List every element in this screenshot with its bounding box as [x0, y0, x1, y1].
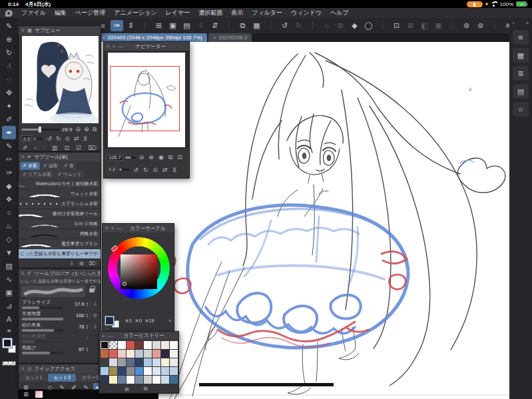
navigator-icon[interactable]: ↺: [133, 167, 138, 173]
history-color-swatch[interactable]: [109, 358, 117, 366]
tool-icon[interactable]: ↻: [2, 46, 16, 59]
menu-item[interactable]: 表示: [231, 9, 243, 17]
subview-control-icon[interactable]: ⧉: [93, 126, 97, 133]
panel-menu-icon[interactable]: ≡: [21, 27, 25, 33]
toolbar-icon[interactable]: [306, 20, 319, 31]
history-color-swatch[interactable]: [161, 367, 169, 375]
value-stepper[interactable]: ▲▼: [86, 347, 89, 352]
history-color-swatch[interactable]: [135, 376, 143, 384]
foreground-color-swatch[interactable]: [105, 316, 114, 325]
tool-icon[interactable]: ✎: [2, 19, 16, 33]
property-slider[interactable]: [22, 329, 63, 332]
history-color-swatch[interactable]: [118, 376, 126, 384]
brush-list-item[interactable]: Watercolor1/カモミ琥珀糖水彩: [19, 179, 101, 189]
value-stepper[interactable]: ▲▼: [86, 313, 89, 318]
value-stepper[interactable]: ▲▼: [86, 302, 89, 307]
subtool-group-tab[interactable]: ✐油彩: [41, 162, 61, 170]
history-color-swatch[interactable]: [135, 367, 143, 375]
history-footer-icon[interactable]: ⊞: [125, 386, 129, 392]
history-color-swatch[interactable]: [152, 358, 160, 366]
palette-dock-icon[interactable]: ▦: [513, 48, 529, 63]
subview-control-icon[interactable]: ⊙: [65, 135, 71, 142]
toolbar-icon[interactable]: ▣: [432, 20, 445, 31]
subview-control-icon[interactable]: ⊻: [83, 135, 88, 142]
toolbar-icon[interactable]: ◌: [320, 20, 333, 31]
subview-zoom-slider[interactable]: [21, 129, 60, 131]
toolbar-icon[interactable]: [138, 20, 151, 31]
menu-item[interactable]: 編集: [55, 9, 67, 17]
toolbar-icon[interactable]: [264, 20, 277, 31]
history-color-swatch[interactable]: [152, 341, 160, 349]
subtool-group-tab[interactable]: ✐墨: [61, 162, 77, 170]
history-color-swatch[interactable]: [101, 358, 109, 366]
brush-list-item[interactable]: ウェット水彩: [19, 189, 101, 199]
navigator-icon[interactable]: ⊕: [148, 154, 154, 161]
tool-icon[interactable]: ∿: [2, 272, 16, 286]
subview-file-icon[interactable]: ☑: [76, 145, 81, 151]
history-color-swatch[interactable]: [135, 341, 143, 349]
tool-icon[interactable]: ▼: [2, 246, 16, 259]
minimize-panel-icon[interactable]: —: [118, 43, 123, 49]
menu-item[interactable]: ヘルプ: [330, 9, 349, 17]
transparent-color-swatch[interactable]: [2, 361, 16, 366]
toolbar-icon[interactable]: ⊛: [460, 20, 473, 31]
navigator-icon[interactable]: ⊡: [177, 154, 182, 161]
close-panel-icon[interactable]: ×: [111, 225, 115, 231]
close-panel-icon[interactable]: ×: [102, 333, 105, 339]
history-color-swatch[interactable]: [144, 376, 152, 384]
history-color-swatch[interactable]: [127, 350, 134, 358]
foreground-color-swatch[interactable]: [3, 338, 12, 348]
color-swatch-pair[interactable]: [3, 338, 17, 358]
history-color-swatch[interactable]: [127, 358, 134, 366]
value-stepper[interactable]: ▲▼: [86, 336, 89, 341]
toolbar-icon[interactable]: ⇵: [208, 20, 221, 31]
expand-icon[interactable]: »: [526, 20, 529, 26]
panel-menu-icon[interactable]: ≡: [21, 270, 25, 276]
history-color-swatch[interactable]: [152, 350, 160, 358]
quick-access-set-tab[interactable]: セット2: [48, 374, 75, 382]
history-color-swatch[interactable]: [170, 376, 178, 384]
menu-item[interactable]: ウィンドウ: [291, 9, 322, 17]
menu-item[interactable]: アニメーション: [114, 9, 156, 17]
navigator-icon[interactable]: ⊙: [153, 167, 158, 173]
toolbar-icon[interactable]: [488, 20, 501, 31]
tool-icon[interactable]: ○: [2, 206, 16, 219]
tool-icon[interactable]: ▣: [2, 286, 16, 299]
history-color-swatch[interactable]: [170, 350, 178, 358]
navigator-preview[interactable]: [104, 51, 189, 149]
quick-access-item[interactable]: [34, 390, 43, 399]
palette-dock-icon[interactable]: ≋: [513, 30, 529, 45]
brush-list-item[interactable]: 後付け水彩境界ツール: [19, 209, 101, 219]
tool-icon[interactable]: ❖: [2, 193, 16, 206]
tool-icon[interactable]: ☝: [2, 59, 16, 73]
toolbar-icon[interactable]: ⇧: [194, 20, 207, 31]
property-slider[interactable]: [22, 318, 63, 320]
menu-item[interactable]: フィルター: [252, 9, 282, 17]
panel-menu-icon[interactable]: ≡: [105, 225, 109, 231]
history-color-swatch[interactable]: [144, 350, 152, 358]
close-tab-icon[interactable]: ×: [213, 35, 216, 41]
panel-menu-icon[interactable]: ≡: [21, 366, 25, 372]
toolbar-icon[interactable]: ◯: [362, 20, 375, 31]
history-color-swatch[interactable]: [161, 358, 169, 366]
history-color-swatch[interactable]: [135, 350, 143, 358]
history-color-swatch[interactable]: [144, 358, 152, 366]
navigator-icon[interactable]: ◉: [158, 154, 164, 161]
subview-file-icon[interactable]: ‹: [35, 145, 37, 151]
subview-control-icon[interactable]: ⊖: [76, 126, 81, 133]
toolbar-icon[interactable]: ⇕: [125, 20, 137, 31]
history-color-swatch[interactable]: [170, 358, 178, 366]
navigator-zoom-slider[interactable]: [125, 157, 136, 159]
tool-icon[interactable]: ✐: [2, 113, 16, 126]
history-color-swatch[interactable]: [127, 376, 134, 384]
navigator-icon[interactable]: ⇄: [162, 167, 168, 173]
navigator-icon[interactable]: ↻: [143, 167, 148, 173]
toolbar-icon[interactable]: ✑: [111, 20, 123, 31]
subview-control-icon[interactable]: ↺: [47, 135, 52, 142]
reference-image[interactable]: [22, 36, 99, 123]
brush-list-item[interactable]: 魔王厚塗りブラシ: [19, 239, 101, 249]
tool-icon[interactable]: ◇: [2, 232, 16, 246]
history-color-swatch[interactable]: [101, 341, 109, 349]
toolbar-icon[interactable]: [446, 20, 459, 31]
history-color-swatch[interactable]: [109, 376, 117, 384]
